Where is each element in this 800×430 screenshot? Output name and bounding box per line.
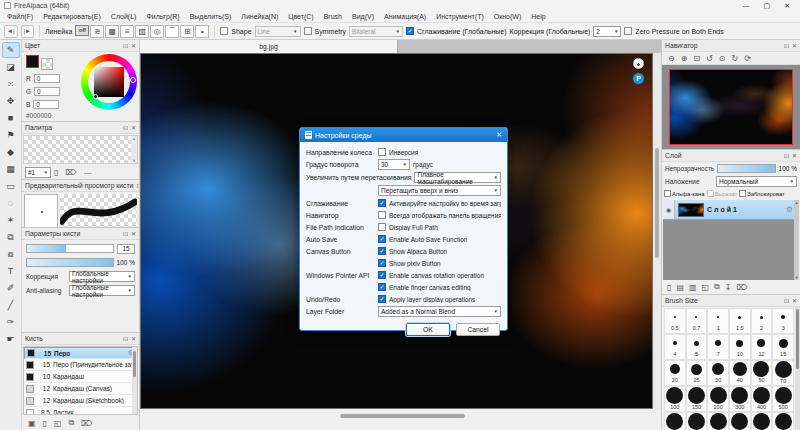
dialog-titlebar[interactable]: Настройки среды ✕ [300, 128, 507, 142]
float-panel-icon[interactable]: ⊡ [123, 230, 128, 237]
brush-preview-toggle-icon[interactable]: ▣ [28, 419, 36, 428]
smoothing-checkbox[interactable]: ✓ [406, 27, 414, 35]
dialog-close-icon[interactable]: ✕ [496, 131, 502, 139]
checkbox-icon[interactable] [739, 190, 746, 197]
layer-visibility-toggle[interactable]: ◉ [663, 200, 675, 219]
brush-size-cell[interactable]: 2 [751, 308, 773, 334]
cancel-button[interactable]: Cancel [456, 323, 500, 336]
brush-size-cell[interactable]: 1.5 [729, 308, 751, 334]
g-value-input[interactable]: 0 [34, 87, 60, 96]
brush-size-cell[interactable]: 25 [686, 360, 708, 386]
palette-swatch-area[interactable]: ▲▼ [23, 135, 138, 164]
menu-item-13[interactable]: Help [526, 13, 550, 20]
canvas-horizontal-scrollbar[interactable] [140, 409, 661, 430]
dot-pen-tool[interactable]: ⁙ [2, 76, 20, 92]
brush-size-cell[interactable]: 4 [664, 334, 686, 360]
snap-parallel-button[interactable]: ≋ [90, 25, 104, 38]
hsv-square[interactable] [94, 67, 124, 97]
brush-size-cell[interactable]: 20 [664, 360, 686, 386]
brush-size-cell[interactable] [729, 412, 751, 430]
dialog-select[interactable]: Added as a Normal Blend▼ [378, 306, 501, 317]
brush-size-cell[interactable]: 12 [751, 334, 773, 360]
brush-size-cell[interactable]: 300 [729, 386, 751, 412]
menu-item-2[interactable]: Редактировать(E) [38, 13, 106, 20]
dialog-select[interactable]: 30▼ [378, 159, 410, 170]
primary-color-swatch[interactable] [26, 55, 39, 68]
rotate-ccw-icon[interactable]: ↺ [706, 54, 713, 63]
duplicate-brush-icon[interactable]: ⧉ [69, 418, 75, 428]
dialog-select[interactable]: Перетащить вверх и вниз▼ [378, 185, 501, 196]
snap-curve-button[interactable]: ⌒ [165, 25, 179, 38]
reset-rotation-icon[interactable]: ⟳ [744, 54, 751, 63]
float-panel-icon[interactable]: ⊡ [123, 335, 128, 342]
brush-size-cell[interactable]: 15 [772, 334, 794, 360]
palette-slot-select[interactable]: #1▼ [25, 167, 51, 178]
new-8bit-layer-icon[interactable]: ▤ [676, 283, 684, 292]
layer-opacity-slider[interactable] [717, 164, 775, 173]
eraser-tool[interactable]: ◪ [2, 59, 20, 75]
shape-checkbox[interactable] [220, 27, 228, 35]
duplicate-layer-icon[interactable]: ⧉ [714, 282, 720, 292]
brush-list-item[interactable]: 12Карандаш (Canvas) [24, 383, 137, 395]
checkbox[interactable]: ✓ [378, 199, 386, 207]
menu-item-11[interactable]: Инструмент(T) [431, 13, 489, 20]
add-brush-icon[interactable]: ▯ [43, 419, 47, 428]
gradient-rect-tool[interactable]: ▦ [2, 161, 20, 177]
snap-off-button[interactable]: off [75, 25, 89, 36]
antialiasing-select[interactable]: Глобальные настройки▼ [69, 285, 135, 296]
brush-size-cell[interactable]: 3 [772, 308, 794, 334]
brush-size-cell[interactable]: 5 [686, 334, 708, 360]
menu-item-5[interactable]: Выделить(S) [185, 13, 237, 20]
b-value-input[interactable]: 0 [33, 100, 59, 109]
new-halftone-layer-icon[interactable]: ▥ [689, 283, 697, 292]
secondary-color-swatch[interactable] [41, 58, 53, 70]
brush-size-cell[interactable]: 30 [707, 360, 729, 386]
checkbox-icon[interactable] [664, 190, 671, 197]
rotate-cw-icon[interactable]: ↻ [732, 54, 739, 63]
brush-size-cell[interactable]: 400 [751, 386, 773, 412]
close-panel-icon[interactable]: ✕ [792, 42, 797, 49]
scroll-down-icon[interactable]: ▼ [795, 275, 799, 280]
zoom-out-icon[interactable]: ⊖ [668, 54, 675, 63]
alpaca-button[interactable] [633, 58, 644, 69]
menu-item-9[interactable]: Вид(V) [347, 13, 379, 20]
brush-size-cell[interactable]: 7 [707, 334, 729, 360]
select-remove-tool[interactable]: ⧇ [2, 246, 20, 262]
checkbox[interactable]: ✓ [378, 247, 386, 255]
select-rect-tool[interactable]: ▭ [2, 178, 20, 194]
fill-rect-tool[interactable]: ■ [2, 110, 20, 126]
navigator-thumbnail[interactable] [669, 69, 793, 145]
correction-param-select[interactable]: Глобальные настройки▼ [69, 271, 135, 282]
palette-scrollbar[interactable]: ▲▼ [131, 136, 137, 163]
maximize-button[interactable]: ▢ [764, 2, 771, 10]
float-panel-icon[interactable]: ⊡ [136, 182, 139, 189]
eyedropper-tool[interactable]: ✑ [2, 314, 20, 330]
brush-size-cell[interactable]: 70 [772, 360, 794, 386]
brush-size-scrollbar[interactable] [795, 307, 800, 430]
checkbox[interactable]: ✓ [378, 271, 386, 279]
add-palette-color-icon[interactable]: ▯ [54, 168, 58, 177]
merge-down-icon[interactable]: ↧ [725, 283, 732, 292]
brush-tool[interactable]: ✎ [2, 42, 20, 58]
close-panel-icon[interactable]: ✕ [131, 230, 136, 237]
brush-size-cell[interactable]: 100 [664, 386, 686, 412]
blend-mode-select[interactable]: Нормальный▼ [716, 176, 797, 187]
brush-list-item[interactable]: 15Перо (Принудительное зату [24, 359, 137, 371]
brush-list-scrollbar[interactable] [132, 347, 137, 414]
brush-size-cell[interactable] [707, 412, 729, 430]
menu-item-6[interactable]: Линейка(N) [236, 13, 283, 20]
float-panel-icon[interactable]: ⊡ [784, 152, 789, 159]
new-layer-icon[interactable]: ▯ [667, 283, 671, 292]
menu-item-8[interactable]: Brush [319, 13, 347, 20]
layer-settings-gear-icon[interactable]: ⚙ [786, 205, 793, 214]
layer-option-checkbox[interactable]: Альфа-кана [664, 190, 705, 197]
text-tool[interactable]: T [2, 263, 20, 279]
magic-wand-tool[interactable]: ✶ [2, 212, 20, 228]
delete-brush-icon[interactable]: ⌦ [81, 419, 92, 428]
brush-size-cell[interactable]: 0.5 [664, 308, 686, 334]
float-panel-icon[interactable]: ⊡ [784, 297, 789, 304]
close-panel-icon[interactable]: ✕ [131, 42, 136, 49]
checkbox[interactable] [378, 211, 386, 219]
correction-select[interactable]: 2▼ [593, 26, 621, 37]
palette-more-icon[interactable]: --- [84, 168, 92, 177]
